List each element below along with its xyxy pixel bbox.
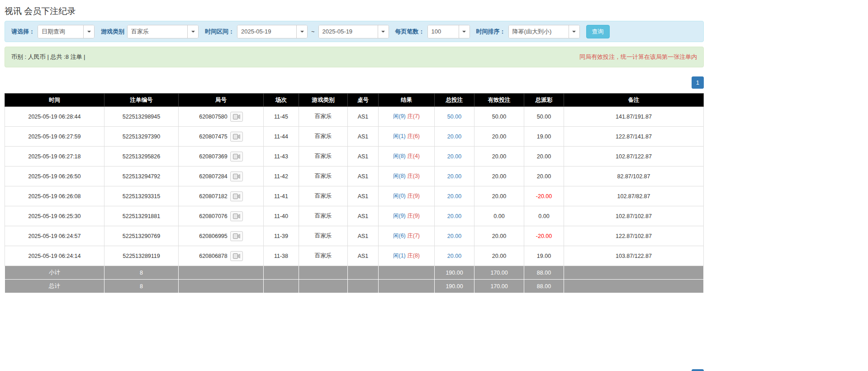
round-id-text: 620807182 bbox=[199, 193, 228, 200]
total-bet-cell: 20.00 bbox=[435, 206, 474, 226]
remark-cell: 122.87/102.87 bbox=[564, 226, 704, 246]
valid-bet-cell: 20.00 bbox=[474, 127, 524, 147]
header-bet-id: 注单编号 bbox=[104, 94, 179, 107]
bet-id-cell: 522513290769 bbox=[104, 226, 179, 246]
pagination-bottom: 1 bbox=[5, 369, 704, 371]
page-number-button[interactable]: 1 bbox=[692, 76, 704, 89]
filter-bar: 请选择： 游戏类别 时间区间： ~ 每页笔数： 时间排序： bbox=[5, 21, 704, 42]
subtotal-empty bbox=[264, 266, 299, 280]
round-id-cell: 620807475 bbox=[179, 127, 264, 147]
chevron-down-icon bbox=[462, 31, 466, 33]
payout-cell: 19.00 bbox=[524, 246, 564, 266]
round-replay-button[interactable] bbox=[230, 211, 243, 221]
valid-bet-cell: 50.00 bbox=[474, 107, 524, 127]
page-size-input[interactable] bbox=[428, 25, 459, 38]
search-button[interactable]: 查询 bbox=[586, 25, 610, 38]
bet-id-cell: 522513289119 bbox=[104, 246, 179, 266]
total-empty bbox=[564, 280, 704, 293]
result-player: 闲(9) bbox=[393, 113, 406, 119]
game-type-cell: 百家乐 bbox=[299, 186, 348, 206]
round-replay-button[interactable] bbox=[230, 152, 243, 162]
round-replay-button[interactable] bbox=[230, 251, 243, 261]
summary-notice-text: 同局有效投注，统一计算在该局第一张注单内 bbox=[579, 53, 697, 61]
total-bet-cell: 50.00 bbox=[435, 107, 474, 127]
valid-bet-cell: 0.00 bbox=[474, 206, 524, 226]
table-row: 2025-05-19 06:26:08 522513293315 6208071… bbox=[5, 186, 704, 206]
total-bet-cell: 20.00 bbox=[435, 166, 474, 186]
round-id-text: 620806995 bbox=[199, 233, 228, 239]
result-player: 闲(1) bbox=[393, 252, 406, 259]
round-replay-button[interactable] bbox=[230, 132, 243, 142]
total-bet-link[interactable]: 20.00 bbox=[447, 153, 461, 160]
subtotal-valid-bet: 170.00 bbox=[474, 266, 524, 280]
session-cell: 11-45 bbox=[264, 107, 299, 127]
total-bet-cell: 20.00 bbox=[435, 127, 474, 147]
header-result: 结果 bbox=[379, 94, 435, 107]
game-type-cell: 百家乐 bbox=[299, 246, 348, 266]
page-title: 视讯 会员下注纪录 bbox=[5, 0, 704, 21]
time-cell: 2025-05-19 06:27:18 bbox=[5, 147, 104, 166]
total-bet-link[interactable]: 20.00 bbox=[447, 173, 461, 180]
subtotal-label: 小计 bbox=[5, 266, 104, 280]
total-bet-link[interactable]: 20.00 bbox=[447, 193, 461, 200]
bet-id-cell: 522513291881 bbox=[104, 206, 179, 226]
result-cell: 闲(9) 庄(9) bbox=[379, 206, 435, 226]
header-payout: 总派彩 bbox=[524, 94, 564, 107]
chevron-down-icon bbox=[572, 31, 576, 33]
sort-input[interactable] bbox=[509, 25, 569, 38]
round-id-text: 620806878 bbox=[199, 253, 228, 259]
round-id-cell: 620806878 bbox=[179, 246, 264, 266]
game-type-caret-button[interactable] bbox=[187, 25, 198, 38]
round-replay-button[interactable] bbox=[230, 191, 243, 201]
header-table-no: 桌号 bbox=[348, 94, 379, 107]
page-container: 视讯 会员下注纪录 请选择： 游戏类别 时间区间： ~ 每页笔数： 时间排序： bbox=[5, 0, 704, 371]
total-count: 8 bbox=[104, 280, 179, 293]
total-bet-link[interactable]: 50.00 bbox=[447, 114, 461, 120]
session-cell: 11-41 bbox=[264, 186, 299, 206]
payout-cell: -20.00 bbox=[524, 226, 564, 246]
select-type-input[interactable] bbox=[38, 25, 83, 38]
table-row: 2025-05-19 06:26:50 522513294792 6208072… bbox=[5, 166, 704, 186]
total-bet-link[interactable]: 20.00 bbox=[447, 213, 461, 219]
total-bet-cell: 20.00 bbox=[435, 246, 474, 266]
result-banker: 庄(8) bbox=[407, 252, 420, 259]
date-to-input[interactable] bbox=[319, 25, 378, 38]
header-valid-bet: 有效投注 bbox=[474, 94, 524, 107]
time-cell: 2025-05-19 06:24:14 bbox=[5, 246, 104, 266]
video-icon bbox=[233, 194, 240, 199]
video-icon bbox=[233, 214, 240, 219]
game-type-combo bbox=[127, 25, 199, 38]
time-cell: 2025-05-19 06:28:44 bbox=[5, 107, 104, 127]
table-body: 2025-05-19 06:28:44 522513298945 6208075… bbox=[5, 107, 704, 266]
payout-cell: 20.00 bbox=[524, 147, 564, 166]
sort-caret-button[interactable] bbox=[569, 25, 579, 38]
date-from-caret-button[interactable] bbox=[296, 25, 307, 38]
sort-label: 时间排序： bbox=[476, 28, 506, 36]
pagination-top: 1 bbox=[5, 76, 704, 89]
select-type-caret-button[interactable] bbox=[83, 25, 94, 38]
remark-cell: 102.87/102.87 bbox=[564, 206, 704, 226]
date-from-input[interactable] bbox=[237, 25, 296, 38]
chevron-down-icon bbox=[191, 31, 195, 33]
result-banker: 庄(9) bbox=[407, 193, 420, 199]
result-player: 闲(8) bbox=[393, 153, 406, 159]
video-icon bbox=[233, 174, 240, 179]
total-bet-link[interactable]: 20.00 bbox=[447, 133, 461, 140]
game-type-input[interactable] bbox=[128, 25, 187, 38]
header-remark: 备注 bbox=[564, 94, 704, 107]
total-empty bbox=[299, 280, 348, 293]
result-cell: 闲(1) 庄(8) bbox=[379, 246, 435, 266]
date-to-caret-button[interactable] bbox=[378, 25, 389, 38]
page-size-caret-button[interactable] bbox=[459, 25, 470, 38]
total-bet-link[interactable]: 20.00 bbox=[447, 233, 461, 239]
session-cell: 11-40 bbox=[264, 206, 299, 226]
round-replay-button[interactable] bbox=[230, 171, 243, 181]
chevron-down-icon bbox=[381, 31, 385, 33]
page-number-button[interactable]: 1 bbox=[692, 369, 704, 371]
round-replay-button[interactable] bbox=[230, 112, 243, 122]
game-type-cell: 百家乐 bbox=[299, 166, 348, 186]
total-empty bbox=[348, 280, 379, 293]
remark-cell: 102.87/122.87 bbox=[564, 147, 704, 166]
total-bet-link[interactable]: 20.00 bbox=[447, 253, 461, 259]
round-replay-button[interactable] bbox=[230, 231, 243, 241]
